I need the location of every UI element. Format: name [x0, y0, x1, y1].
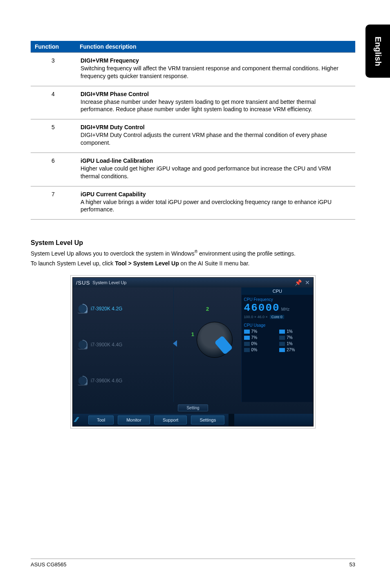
usage-cell: 7%: [244, 335, 276, 340]
level-knob[interactable]: [197, 322, 233, 358]
row-title: iGPU Load-line Calibration: [81, 157, 153, 164]
usage-cell: 27%: [279, 348, 311, 352]
table-row: 4 DIGI+VRM Phase Control Increase phase …: [31, 86, 355, 119]
prev-arrow-icon[interactable]: [173, 340, 177, 347]
table-row: 6 iGPU Load-line Calibration Higher valu…: [31, 153, 355, 186]
section-paragraph-2: To launch System Level up, click Tool > …: [31, 260, 355, 268]
usage-bar-icon: [279, 330, 285, 334]
row-desc: iGPU Current Capability A higher value b…: [76, 186, 355, 220]
close-icon[interactable]: ✕: [305, 279, 310, 286]
system-level-up-window: /SUS System Level Up 📌 ✕ i7-3920K 4.2G: [72, 277, 314, 426]
menu-bar: ⁄⁄ Tool Monitor Support Settings: [73, 414, 313, 426]
profile-item[interactable]: i7-3960K 4.6G: [78, 376, 168, 386]
profile-label: i7-3920K 4.2G: [91, 306, 122, 312]
row-num: 5: [31, 119, 76, 153]
row-num: 3: [31, 53, 76, 86]
row-text: Increase phase number under heavy system…: [81, 99, 316, 113]
usage-cell: 1%: [279, 329, 311, 334]
core-badge: Core 0: [270, 315, 284, 319]
usage-cell: 0%: [244, 348, 276, 352]
table-row: 7 iGPU Current Capability A higher value…: [31, 186, 355, 220]
page-number: 53: [350, 561, 355, 568]
stats-panel: CPU CPU Frequency 46000 MHz 100.0 × 46.0…: [241, 287, 313, 402]
window-title: System Level Up: [92, 280, 126, 285]
function-table: Function Function description 3 DIGI+VRM…: [31, 41, 355, 220]
row-title: DIGI+VRM Frequency: [81, 57, 139, 64]
gauge-icon: [78, 376, 87, 386]
brand-logo: /SUS: [76, 280, 90, 286]
col-description: Function description: [76, 41, 355, 53]
row-desc: DIGI+VRM Duty Control DIGI+VRM Duty Cont…: [76, 119, 355, 153]
usage-cell: 0%: [244, 341, 276, 346]
row-desc: DIGI+VRM Frequency Switching frequency w…: [76, 53, 355, 86]
tool-menu[interactable]: Tool: [88, 415, 114, 424]
cpu-tab[interactable]: CPU: [242, 287, 313, 295]
usage-bar-icon: [279, 342, 285, 346]
row-num: 4: [31, 86, 76, 119]
gauge-icon: [78, 340, 87, 350]
row-desc: iGPU Load-line Calibration Higher value …: [76, 153, 355, 186]
table-row: 5 DIGI+VRM Duty Control DIGI+VRM Duty Co…: [31, 119, 355, 153]
asus-mark-icon: ⁄⁄: [75, 415, 84, 424]
cpu-usage-grid: 7% 1% 7% 7% 0% 1% 0% 27%: [244, 329, 311, 352]
setting-row: Setting: [73, 402, 313, 414]
knob-mark-2: 2: [206, 306, 209, 312]
usage-bar-icon: [244, 330, 250, 334]
row-text: DIGI+VRM Duty Control adjusts the curren…: [81, 132, 327, 146]
monitor-menu[interactable]: Monitor: [118, 415, 150, 424]
knob-area: 1 2 3: [174, 287, 241, 402]
usage-bar-icon: [279, 348, 285, 352]
profile-item[interactable]: i7-3920K 4.2G: [78, 304, 168, 314]
footer-model: ASUS CG8565: [31, 561, 66, 568]
usage-bar-icon: [279, 336, 285, 340]
cpu-usage-label: CPU Usage: [244, 323, 311, 328]
col-function: Function: [31, 41, 76, 53]
cpu-frequency-value: 46000: [244, 302, 280, 314]
cpu-frequency-formula: 100.0 × 46.0 ×: [244, 315, 268, 319]
row-text: A higher value brings a wider total iGPU…: [81, 199, 332, 213]
usage-cell: 1%: [279, 341, 311, 346]
row-title: iGPU Current Capability: [81, 191, 146, 197]
titlebar: /SUS System Level Up 📌 ✕: [73, 278, 313, 287]
table-row: 3 DIGI+VRM Frequency Switching frequency…: [31, 53, 355, 86]
row-title: DIGI+VRM Phase Control: [81, 91, 149, 97]
usage-bar-icon: [244, 336, 250, 340]
usage-cell: 7%: [279, 335, 311, 340]
usage-bar-icon: [244, 342, 250, 346]
row-num: 6: [31, 153, 76, 186]
cpu-frequency-label: CPU Frequency: [244, 297, 311, 302]
usage-cell: 7%: [244, 329, 276, 334]
language-tab: English: [365, 25, 390, 78]
setting-button[interactable]: Setting: [178, 404, 208, 411]
row-text: Switching frequency will affect the VRM …: [81, 65, 338, 79]
section-paragraph-1: System Level Up allows you to overclock …: [31, 249, 355, 258]
language-label: English: [373, 36, 383, 66]
cpu-frequency-unit: MHz: [281, 307, 290, 312]
row-num: 7: [31, 186, 76, 220]
reg-mark: ®: [195, 249, 197, 254]
profile-label: i7-3900K 4.4G: [91, 342, 122, 348]
knob-mark-1: 1: [191, 331, 194, 337]
pin-icon[interactable]: 📌: [295, 279, 302, 286]
section-heading: System Level Up: [31, 239, 355, 247]
support-menu[interactable]: Support: [154, 415, 187, 424]
gauge-icon: [78, 304, 87, 314]
page-footer: ASUS CG8565 53: [31, 559, 355, 568]
row-desc: DIGI+VRM Phase Control Increase phase nu…: [76, 86, 355, 119]
usage-bar-icon: [244, 348, 250, 352]
profile-label: i7-3960K 4.6G: [91, 378, 122, 384]
row-text: Higher value could get higher iGPU volta…: [81, 165, 331, 180]
knob-handle-icon: [214, 336, 233, 355]
settings-menu[interactable]: Settings: [191, 415, 224, 424]
row-title: DIGI+VRM Duty Control: [81, 124, 145, 130]
right-fade: [229, 414, 234, 426]
profile-item[interactable]: i7-3900K 4.4G: [78, 340, 168, 350]
menu-path: Tool > System Level Up: [115, 260, 179, 267]
profile-list: i7-3920K 4.2G i7-3900K 4.4G i7-3960K 4.6…: [73, 287, 174, 402]
